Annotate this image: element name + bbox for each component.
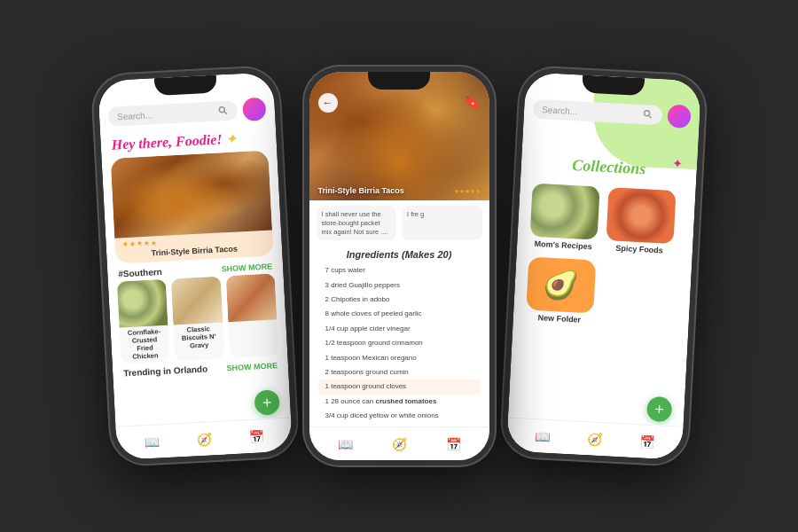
show-more-trending[interactable]: SHOW MORE [226,361,278,372]
bottom-nav-right: 📖 🧭 📅 [505,418,683,460]
bookmark-button[interactable]: 🔖 [463,93,481,110]
review-1: I shall never use the store-bought packe… [317,206,397,240]
ingredient-11: 3/4 cup diced yellow or white onions [318,409,481,423]
center-hero: ← 🔖 Trini-Style Birria Tacos ★★★★★ [309,72,489,200]
food-card-biscuits[interactable]: Classic Biscuits N' Gravy [171,277,224,362]
sparkle-right-icon: ✦ [671,156,683,171]
svg-line-3 [648,116,651,119]
review-2: I fre g [402,206,482,240]
sparkle-icon: ✦ [225,132,237,146]
nav-calendar-icon-center[interactable]: 📅 [446,437,461,451]
collections-grid: Mom's Recipes Spicy Foods 🥑 New Folder [512,177,696,335]
svg-point-2 [644,111,649,116]
spicy-thumbnail [606,187,676,244]
svg-point-0 [219,107,224,113]
center-screen: ← 🔖 Trini-Style Birria Tacos ★★★★★ I sha… [309,72,489,460]
greeting-text: Hey there, Foodie! [111,131,223,153]
right-screen-inner: Search... Collections ✦ Mom [505,72,700,460]
section-tag: #Southern [118,267,162,279]
third-image [225,273,277,322]
moms-label: Mom's Recipes [528,239,596,252]
ingredient-7: 1 teaspoon Mexican oregano [318,351,481,365]
nav-compass-icon-center[interactable]: 🧭 [392,437,407,451]
center-hero-food [309,72,489,200]
food-grid: Cornflake-Crusted Fried Chicken Classic … [107,273,287,364]
nav-compass-icon-right[interactable]: 🧭 [586,432,602,447]
food-card-third[interactable] [225,273,278,358]
phone-right: Search... Collections ✦ Mom [500,66,707,466]
ingredient-10: 1 28 ounce can crushed tomatoes [318,395,481,409]
back-button[interactable]: ← [318,93,338,113]
search-icon-left [217,106,229,117]
star-3: ★ [136,239,142,247]
phone-center: ← 🔖 Trini-Style Birria Tacos ★★★★★ I sha… [304,66,495,466]
bottom-nav-left: 📖 🧭 📅 [115,418,293,460]
collection-new-folder[interactable]: 🥑 New Folder [525,257,596,325]
new-folder-thumbnail: 🥑 [526,257,596,314]
ingredient-1: 7 cups water [318,263,481,278]
star-4: ★ [143,239,149,247]
biscuits-title: Classic Biscuits N' Gravy [173,322,223,353]
hero-card[interactable]: ★ ★ ★ ★ ★ Trini-Style Birria Tacos [110,151,273,264]
collection-moms[interactable]: Mom's Recipes [528,184,599,252]
ingredient-9: 1 teaspoon ground cloves [318,379,481,394]
ingredient-6: 1/2 teaspoon ground cinnamon [318,336,481,350]
show-more-southern[interactable]: SHOW MORE [221,262,272,273]
nav-calendar-icon-left[interactable]: 📅 [248,429,264,444]
star-5: ★ [150,239,156,246]
search-placeholder-left: Search... [116,106,214,121]
search-box-left[interactable]: Search... [107,100,238,127]
recipe-title-center: Trini-Style Birria Tacos [318,186,404,195]
fab-button-right[interactable]: + [645,396,671,422]
new-folder-label: New Folder [525,312,592,325]
moms-thumbnail [529,184,599,240]
stars-center: ★★★★★ [454,188,481,195]
nav-book-icon-center[interactable]: 📖 [338,437,353,451]
ingredient-3: 2 Chipotles in adobo [318,293,481,307]
collections-title: Collections [520,125,699,186]
notch-center [368,72,430,90]
chicken-image [116,279,168,328]
fab-button-left[interactable]: + [254,389,279,415]
phone-left: Search... Hey there, Foodie! ✦ ★ [91,66,298,466]
ingredient-8: 2 teaspoons ground cumin [318,365,481,379]
nav-calendar-icon-right[interactable]: 📅 [639,434,655,450]
nav-book-icon-left[interactable]: 📖 [144,434,160,450]
hero-image [110,151,271,239]
nav-compass-icon-left[interactable]: 🧭 [196,432,212,447]
nav-book-icon-right[interactable]: 📖 [534,429,550,444]
ingredient-4: 8 whole cloves of peeled garlic [318,307,481,321]
trending-label: Trending in Orlando [122,364,207,378]
ingredients-title: Ingredients (Makes 20) [318,249,481,260]
avatar-left[interactable] [242,98,266,121]
left-screen: Search... Hey there, Foodie! ✦ ★ [97,72,292,460]
taco-visual [110,151,271,239]
spicy-label: Spicy Foods [605,243,672,255]
search-placeholder-right: Search... [541,105,638,120]
search-icon-right [642,109,653,121]
avatar-right[interactable] [667,105,691,129]
biscuits-image [171,277,223,325]
collection-spicy[interactable]: Spicy Foods [605,187,676,255]
ingredient-2: 3 dried Guajillo peppers [318,278,481,293]
search-box-right[interactable]: Search... [532,99,662,126]
phones-container: Search... Hey there, Foodie! ✦ ★ [0,0,798,532]
star-2: ★ [129,239,135,247]
review-row: I shall never use the store-bought packe… [309,200,489,246]
right-screen: Search... Collections ✦ Mom [505,72,700,460]
chicken-title: Cornflake-Crusted Fried Chicken [119,325,169,364]
bottom-nav-center: 📖 🧭 📅 [309,426,489,460]
svg-line-1 [224,112,227,114]
ingredient-5: 1/4 cup apple cider vinegar [318,322,481,336]
food-card-chicken[interactable]: Cornflake-Crusted Fried Chicken [116,279,169,364]
star-1: ★ [121,240,128,248]
